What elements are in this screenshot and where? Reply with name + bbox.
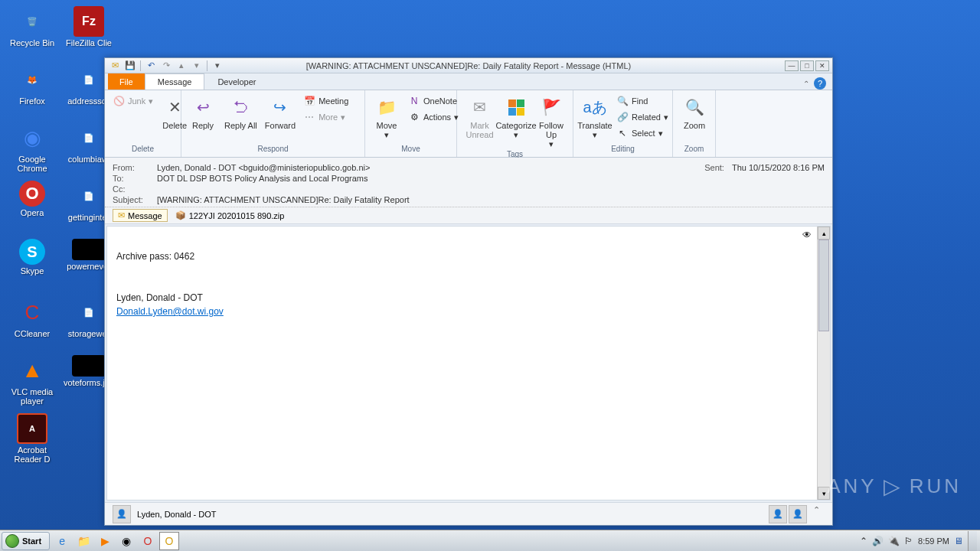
quick-access-toolbar: ✉ 💾 ↶ ↷ ▴ ▾ ▾	[105, 60, 227, 71]
desktop-icon-acrobat[interactable]: AAcrobat Reader D	[5, 412, 60, 468]
window-title: [WARNING: ATTACHMENT UNSCANNED]Re: Daily…	[306, 61, 631, 70]
tab-developer[interactable]: Developer	[204, 73, 269, 90]
desktop-icon-skype[interactable]: SSkype	[5, 237, 60, 294]
scroll-up-icon[interactable]: ▴	[818, 227, 830, 240]
reply-all-button[interactable]: ⮌Reply All	[221, 93, 260, 132]
prev-icon[interactable]: ▴	[176, 60, 187, 71]
taskbar-ie[interactable]: e	[52, 532, 72, 550]
taskbar: Start e 📁 ▶ ◉ O O ⌃ 🔊 🔌 🏳 8:59 PM 🖥	[0, 530, 980, 551]
play-icon: ▷	[884, 474, 903, 499]
onenote-icon: N	[408, 95, 420, 107]
cc-label: Cc:	[113, 184, 157, 194]
to-label: To:	[113, 174, 157, 183]
from-value: Lyden, Donald - DOT <bguido@ministeriopu…	[157, 163, 704, 172]
clock[interactable]: 8:59 PM	[918, 536, 949, 546]
scroll-down-icon[interactable]: ▾	[818, 487, 830, 500]
desktop-icon-opera[interactable]: OOpera	[5, 179, 60, 236]
translate-button[interactable]: aあTranslate ▾	[578, 93, 612, 141]
undo-icon[interactable]: ↶	[145, 60, 156, 71]
tray-network-icon[interactable]: 🔌	[888, 536, 900, 546]
qat-dropdown-icon[interactable]: ▾	[212, 60, 223, 71]
ribbon-tabs: File Message Developer ⌃ ?	[105, 73, 832, 90]
taskbar-explorer[interactable]: 📁	[74, 532, 93, 550]
help-icon[interactable]: ?	[814, 77, 826, 90]
system-tray: ⌃ 🔊 🔌 🏳 8:59 PM 🖥	[860, 531, 980, 551]
contact-bar: 👤 Lyden, Donald - DOT 👤 👤 ⌃	[105, 502, 832, 525]
reply-icon: ↩	[191, 95, 215, 119]
signature-email[interactable]: Donald.Lyden@dot.wi.gov	[116, 306, 224, 317]
message-body[interactable]: Archive pass: 0462 Lyden, Donald - DOT D…	[107, 227, 817, 500]
desktop-icon-chrome[interactable]: ◉Google Chrome	[5, 121, 60, 178]
signature-name: Lyden, Donald - DOT	[116, 291, 808, 305]
categorize-button[interactable]: Categorize ▾	[499, 93, 533, 141]
expand-icon[interactable]: ⌃	[808, 505, 825, 523]
tray-flag-icon[interactable]: 🏳	[904, 536, 913, 546]
meeting-icon: 📅	[303, 95, 315, 107]
zoom-icon: 🔍	[682, 95, 707, 119]
subject-label: Subject:	[113, 195, 157, 204]
reply-button[interactable]: ↩Reply	[186, 93, 220, 132]
taskbar-opera[interactable]: O	[138, 532, 158, 550]
start-button[interactable]: Start	[2, 532, 50, 550]
envelope-icon: ✉	[118, 210, 125, 220]
attachment-file[interactable]: 📦122YJI 20201015 890.zip	[172, 210, 288, 221]
minimize-button[interactable]: —	[785, 60, 799, 71]
taskbar-chrome[interactable]: ◉	[116, 532, 136, 550]
redo-icon[interactable]: ↷	[161, 60, 172, 71]
group-move-label: Move	[365, 145, 456, 157]
tracking-icon[interactable]: 👁	[802, 230, 815, 242]
tab-file[interactable]: File	[108, 73, 145, 90]
message-body-wrap: 👁 Archive pass: 0462 Lyden, Donald - DOT…	[106, 226, 831, 500]
zoom-button[interactable]: 🔍Zoom	[678, 93, 711, 132]
vertical-scrollbar[interactable]: ▴ ▾	[817, 227, 830, 500]
tab-message[interactable]: Message	[145, 73, 205, 90]
subject-value: [WARNING: ATTACHMENT UNSCANNED]Re: Daily…	[157, 195, 825, 204]
onenote-button[interactable]: NOneNote	[405, 93, 462, 109]
collapse-ribbon-icon[interactable]: ⌃	[803, 80, 809, 88]
mark-unread-button[interactable]: ✉Mark Unread	[462, 93, 498, 141]
avatar[interactable]: 👤	[113, 505, 131, 523]
outlook-window: ✉ 💾 ↶ ↷ ▴ ▾ ▾ [WARNING: ATTACHMENT UNSCA…	[104, 57, 833, 526]
forward-icon: ↪	[268, 95, 292, 119]
from-label: From:	[113, 163, 157, 172]
to-value: DOT DL DSP BOTS Policy Analysis and Loca…	[157, 174, 825, 183]
desktop-icon-filezilla[interactable]: FzFileZilla Clie	[61, 5, 116, 61]
close-button[interactable]: ✕	[815, 60, 829, 71]
show-desktop-button[interactable]	[968, 531, 977, 551]
select-button[interactable]: ↖Select ▾	[613, 126, 671, 141]
save-icon[interactable]: 💾	[125, 60, 136, 71]
forward-button[interactable]: ↪Forward	[262, 93, 299, 132]
unread-icon: ✉	[468, 95, 492, 119]
related-button[interactable]: 🔗Related ▾	[613, 109, 671, 125]
find-button[interactable]: 🔍Find	[613, 93, 671, 109]
categorize-icon	[504, 95, 528, 119]
tray-monitor-icon[interactable]: 🖥	[954, 536, 963, 546]
desktop-icon-ccleaner[interactable]: CCCleaner	[5, 295, 60, 352]
scroll-thumb[interactable]	[818, 240, 829, 331]
more-button[interactable]: ⋯More ▾	[300, 109, 351, 125]
taskbar-outlook[interactable]: O	[159, 532, 179, 550]
group-editing-label: Editing	[573, 145, 672, 157]
watermark: ANY ▷ RUN	[827, 474, 962, 499]
contact-action-2[interactable]: 👤	[789, 505, 807, 523]
move-button[interactable]: 📁Move ▾	[370, 93, 403, 141]
taskbar-media[interactable]: ▶	[95, 532, 115, 550]
junk-button[interactable]: 🚫Junk ▾	[109, 93, 156, 109]
actions-button[interactable]: ⚙Actions ▾	[405, 109, 462, 125]
next-icon[interactable]: ▾	[191, 60, 202, 71]
desktop-icon-vlc[interactable]: ▲VLC media player	[5, 354, 60, 410]
reply-all-icon: ⮌	[228, 95, 253, 119]
tray-volume-icon[interactable]: 🔊	[872, 536, 884, 546]
desktop-icons: 🗑️Recycle Bin 🦊Firefox ◉Google Chrome OO…	[5, 5, 116, 525]
maximize-button[interactable]: □	[800, 60, 814, 71]
contact-action-1[interactable]: 👤	[769, 505, 787, 523]
message-tab[interactable]: ✉Message	[113, 209, 168, 222]
sent-value: Thu 10/15/2020 8:16 PM	[732, 163, 825, 172]
meeting-button[interactable]: 📅Meeting	[300, 93, 351, 109]
ribbon: 🚫Junk ▾ ✕Delete Delete ↩Reply ⮌Reply All…	[105, 90, 832, 158]
translate-icon: aあ	[583, 95, 607, 119]
desktop-icon-recycle-bin[interactable]: 🗑️Recycle Bin	[5, 5, 60, 61]
followup-button[interactable]: 🚩Follow Up ▾	[534, 93, 568, 150]
desktop-icon-firefox[interactable]: 🦊Firefox	[5, 63, 60, 119]
tray-expand-icon[interactable]: ⌃	[860, 536, 867, 546]
